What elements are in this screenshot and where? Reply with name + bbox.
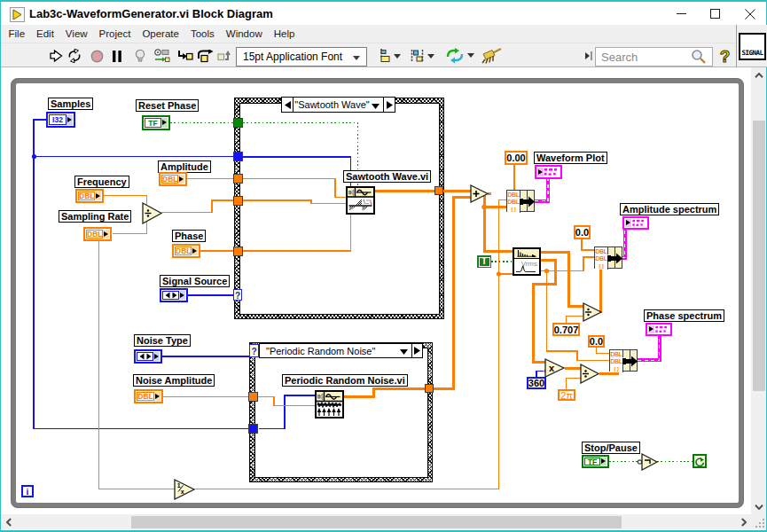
menu-project[interactable]: Project [93,26,137,42]
wire-const-00a[interactable] [582,239,594,250]
tunnel-reset-phase[interactable] [233,118,243,128]
wire-const-00b[interactable] [597,348,610,353]
subvi-periodic-noise[interactable] [315,390,344,419]
wire-noise-amplitude-case2[interactable] [258,397,315,406]
terminal-signal-source[interactable] [160,288,188,302]
wire-phase-case1[interactable] [243,215,351,251]
menu-tools[interactable]: Tools [184,26,220,42]
vertical-scrollbar[interactable] [751,67,766,514]
tunnel-sawtooth-out[interactable] [434,186,443,195]
tunnel-noise-out[interactable] [425,384,434,393]
constant-00a[interactable]: 0.0 [574,225,591,239]
menu-window[interactable]: Window [220,26,268,42]
horizontal-scrollbar-thumb[interactable] [131,516,622,528]
vertical-scrollbar-thumb[interactable] [753,121,765,391]
tunnel-noise-amplitude[interactable] [248,392,258,402]
run-continuous-button[interactable] [67,46,82,66]
case1-selector[interactable]: "Sawtooth Wave" [281,97,395,113]
close-button[interactable] [732,2,767,26]
label-stop-pause[interactable]: Stop/Pause [582,442,640,454]
run-button[interactable] [49,46,64,66]
case2-selector-label[interactable]: "Periodic Random Noise" [260,344,411,357]
label-sawtooth-vi[interactable]: Sawtooth Wave.vi [343,170,431,183]
wire-case2-add[interactable] [434,198,471,389]
wire-const-0707[interactable] [567,317,584,323]
wire-frequency-case1[interactable] [243,200,348,204]
constant-00b[interactable]: 0.0 [588,335,605,348]
case1-selector-tunnel[interactable]: ? [233,289,242,301]
label-reset-phase[interactable]: Reset Phase [136,99,199,112]
constant-360[interactable]: 360 [527,377,546,389]
menu-file[interactable]: File [3,26,31,42]
build-waveform-1[interactable]: DBL DBL [ ] [506,190,535,212]
wire-amplitude-case1[interactable] [243,179,348,198]
label-sampling-rate[interactable]: Sampling Rate [59,210,131,223]
case1-next-icon[interactable] [383,98,395,112]
block-diagram[interactable]: "Sawtooth Wave" "Periodic Random Noise" … [1,67,751,514]
menu-edit[interactable]: Edit [31,26,60,42]
tunnel-phase[interactable] [233,246,243,256]
label-noise-type[interactable]: Noise Type [134,334,191,347]
search-input[interactable] [601,50,690,64]
constant-000[interactable]: 0.00 [505,151,528,165]
highlight-execution-icon[interactable] [132,46,148,66]
subvi-sawtooth[interactable] [346,186,375,215]
reciprocal-function[interactable]: 1 x [174,479,196,500]
label-amplitude-spectrum[interactable]: Amplitude spectrum [620,203,719,215]
retain-wire-values-icon[interactable] [153,46,171,66]
case2-next-icon[interactable] [411,344,422,357]
label-periodic-vi[interactable]: Periodic Random Noise.vi [282,374,408,387]
terminal-reset-phase[interactable]: TF [142,115,170,130]
vi-icon-signal[interactable]: SIGNAL [739,33,766,60]
spectrum-measurement-node[interactable]: Vrms [513,247,541,276]
scroll-left-button[interactable] [1,514,16,529]
wire-const-2pi[interactable] [567,379,581,389]
scroll-up-button[interactable] [751,67,766,82]
titlebar[interactable]: Lab3c-WaveformGenerator.vi Block Diagram [1,2,766,25]
step-out-button[interactable] [216,46,234,66]
divide-function-3[interactable] [580,364,600,384]
label-phase[interactable]: Phase [172,230,206,242]
terminal-sampling-rate[interactable]: DBL [83,227,112,241]
case1-selector-label[interactable]: "Sawtooth Wave" [293,98,383,112]
distribute-objects-button[interactable] [408,46,438,66]
help-icon[interactable]: ? [716,46,733,66]
wire-divide1-out[interactable] [161,200,233,213]
horizontal-scrollbar[interactable] [1,514,751,529]
iteration-terminal[interactable]: i [21,485,34,497]
label-signal-source[interactable]: Signal Source [160,275,230,287]
label-noise-amplitude[interactable]: Noise Amplitude [133,374,215,387]
terminal-noise-type[interactable] [134,349,162,364]
terminal-waveform-plot[interactable] [535,165,562,179]
terminal-phase[interactable]: DBL [172,244,200,258]
build-waveform-3[interactable]: DBL DBL [ ] [609,349,638,372]
terminal-samples[interactable]: I32 [46,112,75,128]
search-box[interactable] [595,47,713,66]
scroll-right-button[interactable] [736,514,751,529]
toolbar-expander-icon[interactable] [583,46,595,66]
wire-reset-phase-case1[interactable] [243,123,358,187]
wire-samples-case2[interactable] [259,395,315,429]
pause-button[interactable] [110,46,123,66]
not-function[interactable] [636,453,659,471]
divide-function-1[interactable] [142,202,163,224]
wire-samples-case1[interactable] [242,157,351,186]
terminal-noise-amplitude[interactable]: DBL [134,389,163,403]
menu-view[interactable]: View [59,26,93,42]
constant-2pi[interactable]: 2π [558,389,575,401]
abort-button[interactable] [90,46,105,66]
constant-0707[interactable]: 0.707 [552,323,580,336]
label-frequency[interactable]: Frequency [74,176,129,188]
menu-operate[interactable]: Operate [137,26,185,42]
font-selector[interactable]: 15pt Application Font [236,47,367,66]
case2-selector[interactable]: "Periodic Random Noise" [259,343,423,358]
loop-condition-terminal[interactable] [693,454,707,468]
step-into-button[interactable] [176,46,194,66]
wire-waveform-plot[interactable] [535,179,548,201]
add-function[interactable] [470,184,489,203]
terminal-amplitude-spectrum[interactable] [622,216,649,230]
build-waveform-2[interactable]: DBL DBL [ ] [594,246,622,269]
align-objects-button[interactable] [376,46,404,66]
case2-selector-tunnel[interactable]: ? [249,344,259,357]
label-phase-spectrum[interactable]: Phase spectrum [644,309,724,322]
